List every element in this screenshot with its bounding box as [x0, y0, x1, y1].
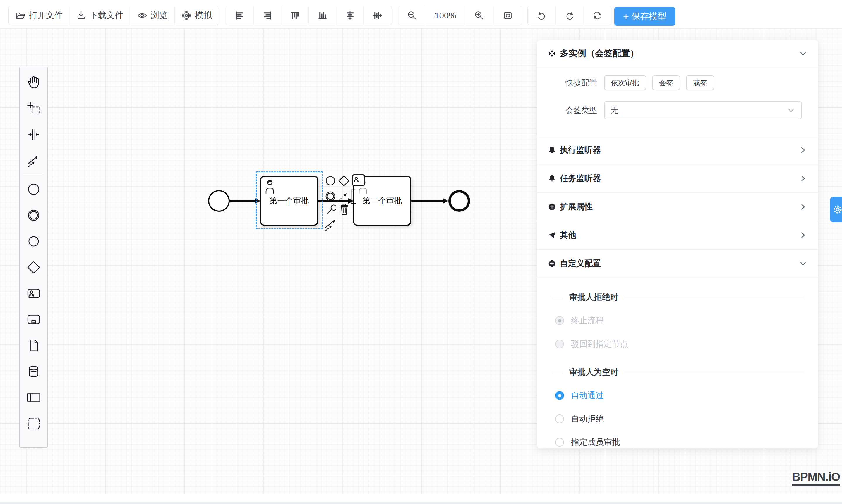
radio-icon	[555, 438, 564, 447]
align-center-horizontal-button[interactable]	[336, 6, 364, 25]
subprocess-icon	[27, 312, 41, 327]
radio-assign-member[interactable]: 指定成员审批	[537, 431, 818, 448]
zoom-fit-button[interactable]	[493, 6, 522, 25]
quick-option-orsign-button[interactable]: 或签	[686, 75, 714, 90]
folder-open-icon	[15, 10, 26, 21]
ctxpad-append-user-task[interactable]	[352, 174, 365, 186]
bell-icon	[548, 174, 556, 183]
sequence-flow-3[interactable]	[411, 200, 444, 201]
ctxpad-append-gateway[interactable]	[338, 175, 350, 187]
ctxpad-text-annotation[interactable]	[349, 189, 356, 204]
hand-icon	[27, 75, 41, 90]
section-task-listener[interactable]: 任务监听器	[537, 164, 818, 193]
sequence-flow-1[interactable]	[230, 200, 256, 201]
chevron-down-icon	[799, 259, 807, 268]
download-icon	[76, 10, 86, 21]
divider	[551, 297, 563, 298]
global-connect-tool[interactable]	[20, 147, 48, 174]
radio-label: 自动拒绝	[571, 413, 604, 425]
quick-option-countersign-button[interactable]: 会签	[652, 75, 680, 90]
section-others[interactable]: 其他	[537, 221, 818, 249]
bpmn-designer-app: 打开文件 下载文件 浏览 模拟	[0, 0, 842, 504]
quick-option-sequential-button[interactable]: 依次审批	[604, 75, 646, 90]
zoom-out-button[interactable]	[398, 6, 426, 25]
chevron-right-icon	[799, 202, 807, 211]
simulate-label: 模拟	[195, 10, 212, 21]
create-group[interactable]	[20, 410, 48, 436]
create-pool[interactable]	[20, 384, 48, 410]
section-custom-config[interactable]: 自定义配置	[537, 250, 818, 277]
align-right-button[interactable]	[253, 6, 281, 25]
text-annotation-icon	[349, 189, 356, 204]
multi-instance-header[interactable]: 多实例（会签配置）	[537, 40, 818, 67]
intermediate-event-icon	[27, 208, 41, 222]
redo-button[interactable]	[556, 6, 583, 25]
simulate-button[interactable]: 模拟	[174, 6, 218, 25]
zoom-out-icon	[407, 10, 417, 21]
create-user-task[interactable]	[20, 280, 48, 306]
empty-group-title: 审批人为空时	[569, 366, 618, 378]
database-icon	[27, 364, 41, 379]
open-file-button[interactable]: 打开文件	[9, 6, 69, 25]
align-center-vertical-button[interactable]	[364, 6, 391, 25]
create-intermediate-event[interactable]	[20, 202, 48, 228]
zoom-in-icon	[474, 10, 484, 21]
trash-icon	[338, 202, 350, 216]
hand-tool[interactable]	[20, 69, 48, 95]
plus-icon: +	[623, 12, 629, 21]
multi-instance-body: 快捷配置 依次审批 会签 或签 会签类型 无	[537, 67, 818, 136]
radio-auto-reject[interactable]: 自动拒绝	[537, 407, 818, 431]
ctxpad-association-arrow[interactable]	[336, 191, 349, 203]
ctxpad-change-type[interactable]	[326, 203, 338, 215]
align-left-button[interactable]	[226, 6, 253, 25]
align-button-group	[226, 6, 392, 25]
horizontal-scrollbar[interactable]	[0, 502, 842, 504]
radio-label: 终止流程	[571, 315, 604, 326]
ctxpad-connect[interactable]	[324, 217, 338, 231]
create-end-event[interactable]	[20, 228, 48, 254]
undo-button[interactable]	[528, 6, 556, 25]
ctxpad-append-end-event[interactable]	[324, 175, 337, 187]
create-start-event[interactable]	[20, 176, 48, 202]
section-execution-listener[interactable]: 执行监听器	[537, 136, 818, 164]
download-file-label: 下载文件	[90, 10, 123, 21]
refresh-button[interactable]	[583, 6, 611, 25]
end-event-icon	[27, 234, 41, 249]
settings-tab[interactable]	[830, 197, 842, 222]
browse-button[interactable]: 浏览	[130, 6, 175, 25]
task-first-approval[interactable]: 第一个审批	[260, 176, 318, 226]
lasso-tool[interactable]	[20, 95, 48, 121]
radio-return-to-node[interactable]: 驳回到指定节点	[537, 332, 818, 356]
create-gateway[interactable]	[20, 254, 48, 280]
start-event-shape[interactable]	[208, 190, 230, 212]
reject-group-header: 审批人拒绝时	[537, 286, 818, 309]
ctxpad-delete[interactable]	[338, 202, 350, 216]
zoom-in-button[interactable]	[465, 6, 493, 25]
radio-auto-pass[interactable]: 自动通过	[537, 384, 818, 407]
chip-icon	[181, 10, 192, 21]
create-subprocess[interactable]	[20, 306, 48, 332]
undo-icon	[537, 10, 547, 21]
chevron-right-icon	[799, 174, 807, 183]
align-top-button[interactable]	[281, 6, 309, 25]
file-icon	[27, 338, 41, 353]
ctxpad-append-intermediate-event[interactable]	[324, 190, 337, 202]
create-file-shape[interactable]	[20, 332, 48, 358]
gateway-icon	[27, 260, 41, 275]
end-event-icon	[324, 175, 337, 187]
radio-icon	[555, 414, 564, 423]
end-event-shape[interactable]	[449, 190, 470, 212]
section-extension-properties[interactable]: 扩展属性	[537, 193, 818, 221]
align-bottom-button[interactable]	[309, 6, 336, 25]
radio-terminate-process[interactable]: 终止流程	[537, 309, 818, 332]
create-datastore[interactable]	[20, 358, 48, 384]
start-event-icon	[27, 182, 41, 197]
space-tool[interactable]	[20, 121, 48, 147]
sign-type-select[interactable]: 无	[604, 101, 802, 119]
fit-screen-icon	[503, 10, 513, 21]
save-model-button[interactable]: + 保存模型	[614, 7, 675, 26]
bell-icon	[548, 146, 556, 155]
quick-config-label: 快捷配置	[537, 77, 597, 88]
download-file-button[interactable]: 下载文件	[69, 6, 129, 25]
multi-instance-icon	[548, 49, 556, 58]
